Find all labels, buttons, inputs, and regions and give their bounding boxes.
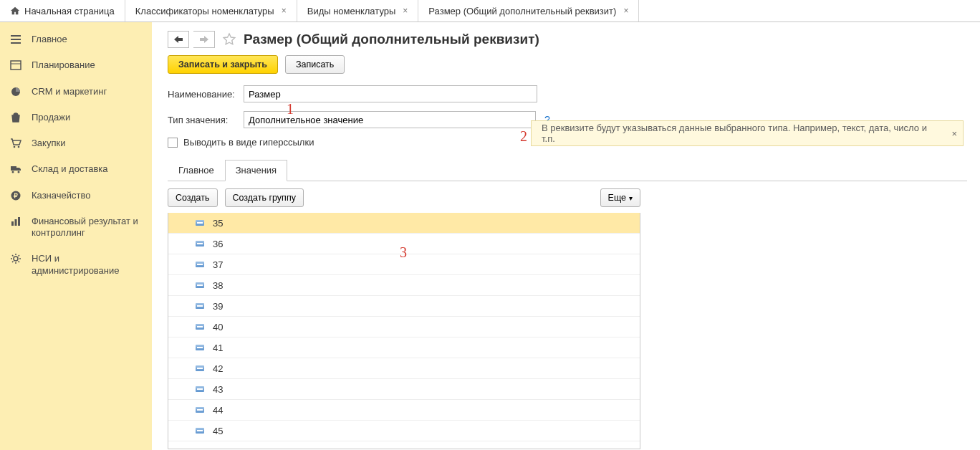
sidebar-item-crm[interactable]: CRM и маркетинг bbox=[0, 79, 152, 105]
item-icon bbox=[196, 345, 204, 350]
svg-point-5 bbox=[18, 171, 20, 173]
menu-icon bbox=[10, 34, 21, 45]
cell-value: 39 bbox=[213, 301, 223, 312]
sidebar-item-label: Продажи bbox=[32, 112, 70, 123]
sidebar-item-financial[interactable]: Финансовый результат и контроллинг bbox=[0, 209, 152, 246]
table-row[interactable]: 39 bbox=[168, 296, 640, 317]
cell-value: 42 bbox=[213, 363, 223, 374]
item-icon bbox=[196, 365, 204, 371]
item-icon bbox=[196, 241, 204, 246]
close-icon[interactable]: × bbox=[951, 128, 957, 139]
subtab-main[interactable]: Главное bbox=[168, 160, 225, 181]
close-icon[interactable]: × bbox=[403, 6, 408, 16]
sidebar-item-warehouse[interactable]: Склад и доставка bbox=[0, 156, 152, 182]
sidebar-item-label: Планирование bbox=[32, 59, 95, 71]
table-row[interactable]: 43 bbox=[168, 379, 640, 400]
svg-rect-0 bbox=[11, 61, 21, 70]
sidebar-item-planning[interactable]: Планирование bbox=[0, 52, 152, 78]
sidebar-item-label: Казначейство bbox=[32, 190, 90, 201]
truck-icon bbox=[10, 163, 21, 175]
sidebar-item-label: Склад и доставка bbox=[32, 163, 108, 175]
tab-home[interactable]: Начальная страница bbox=[0, 0, 125, 21]
close-icon[interactable]: × bbox=[282, 6, 287, 16]
save-and-close-button[interactable]: Записать и закрыть bbox=[168, 55, 278, 74]
table-row[interactable]: 35 bbox=[168, 213, 640, 234]
values-grid[interactable]: 35 36 37 38 39 40 41 42 43 44 45 bbox=[168, 213, 640, 449]
save-button[interactable]: Записать bbox=[285, 55, 345, 74]
sidebar-item-sales[interactable]: Продажи bbox=[0, 105, 152, 130]
table-row[interactable]: 38 bbox=[168, 275, 640, 296]
table-row[interactable]: 42 bbox=[168, 358, 640, 379]
home-icon bbox=[10, 6, 20, 16]
table-row[interactable]: 40 bbox=[168, 317, 640, 338]
item-icon bbox=[196, 407, 204, 413]
cell-value: 36 bbox=[213, 239, 223, 249]
item-icon bbox=[196, 220, 204, 226]
sidebar-item-label: Главное bbox=[32, 34, 67, 45]
type-input[interactable] bbox=[244, 111, 536, 128]
cell-value: 44 bbox=[213, 405, 223, 416]
cell-value: 41 bbox=[213, 343, 223, 353]
tab-label: Классификаторы номенклатуры bbox=[135, 6, 274, 16]
table-row[interactable]: 44 bbox=[168, 400, 640, 421]
cell-value: 43 bbox=[213, 384, 223, 395]
chevron-down-icon: ▾ bbox=[629, 194, 633, 202]
ruble-icon: ₽ bbox=[10, 190, 21, 201]
sidebar: Главное Планирование CRM и маркетинг Про… bbox=[0, 22, 152, 450]
sidebar-item-purchases[interactable]: Закупки bbox=[0, 130, 152, 156]
close-icon[interactable]: × bbox=[623, 6, 628, 16]
type-hint-tooltip: В реквизите будут указываться данные выб… bbox=[531, 120, 964, 146]
tab-label: Виды номенклатуры bbox=[307, 6, 396, 16]
gear-icon bbox=[10, 253, 21, 264]
nav-back-button[interactable] bbox=[168, 31, 189, 48]
svg-text:₽: ₽ bbox=[14, 192, 18, 199]
cell-value: 37 bbox=[213, 259, 223, 270]
bag-icon bbox=[10, 112, 21, 123]
tab-nomenclature-types[interactable]: Виды номенклатуры × bbox=[297, 0, 419, 21]
page-title: Размер (Общий дополнительный реквизит) bbox=[244, 32, 539, 47]
table-row[interactable]: 41 bbox=[168, 338, 640, 358]
svg-point-2 bbox=[14, 146, 16, 148]
subtab-values[interactable]: Значения bbox=[225, 160, 287, 181]
create-group-button[interactable]: Создать группу bbox=[225, 188, 304, 207]
cell-value: 35 bbox=[213, 218, 223, 229]
item-icon bbox=[196, 324, 204, 330]
name-label: Наименование: bbox=[168, 89, 238, 100]
cell-value: 40 bbox=[213, 322, 223, 332]
sidebar-item-administration[interactable]: НСИ и администрирование bbox=[0, 246, 152, 284]
item-icon bbox=[196, 428, 204, 434]
tab-classifiers[interactable]: Классификаторы номенклатуры × bbox=[125, 0, 297, 21]
svg-rect-9 bbox=[15, 219, 17, 226]
more-button[interactable]: Еще▾ bbox=[600, 188, 640, 207]
cell-value: 45 bbox=[213, 426, 223, 436]
subtab-bar: Главное Значения bbox=[168, 159, 967, 181]
svg-point-4 bbox=[12, 171, 14, 173]
svg-rect-10 bbox=[18, 217, 20, 226]
sidebar-item-label: НСИ и администрирование bbox=[32, 253, 142, 277]
svg-point-3 bbox=[18, 146, 20, 148]
svg-point-11 bbox=[14, 257, 18, 261]
item-icon bbox=[196, 303, 204, 309]
favorite-star-icon[interactable] bbox=[222, 32, 236, 47]
cart-icon bbox=[10, 138, 21, 149]
sidebar-item-label: Финансовый результат и контроллинг bbox=[32, 216, 142, 239]
cell-value: 38 bbox=[213, 280, 223, 291]
tab-label: Начальная страница bbox=[24, 6, 115, 16]
name-input[interactable] bbox=[244, 85, 537, 102]
item-icon bbox=[196, 386, 204, 392]
tooltip-text: В реквизите будут указываться данные выб… bbox=[542, 123, 943, 144]
sidebar-item-main[interactable]: Главное bbox=[0, 27, 152, 52]
show-as-hyperlink-checkbox[interactable] bbox=[168, 138, 178, 148]
bars-icon bbox=[10, 216, 21, 227]
sidebar-item-treasury[interactable]: ₽ Казначейство bbox=[0, 183, 152, 209]
table-row[interactable]: 36 bbox=[168, 234, 640, 254]
table-row[interactable]: 37 bbox=[168, 254, 640, 275]
sidebar-item-label: Закупки bbox=[32, 138, 65, 149]
create-button[interactable]: Создать bbox=[168, 188, 218, 207]
more-label: Еще bbox=[608, 193, 626, 203]
item-icon bbox=[196, 282, 204, 288]
show-as-hyperlink-label: Выводить в виде гиперссылки bbox=[183, 137, 314, 148]
table-row[interactable]: 45 bbox=[168, 421, 640, 441]
tab-size-attribute[interactable]: Размер (Общий дополнительный реквизит) × bbox=[418, 0, 639, 21]
nav-forward-button[interactable] bbox=[193, 31, 215, 48]
